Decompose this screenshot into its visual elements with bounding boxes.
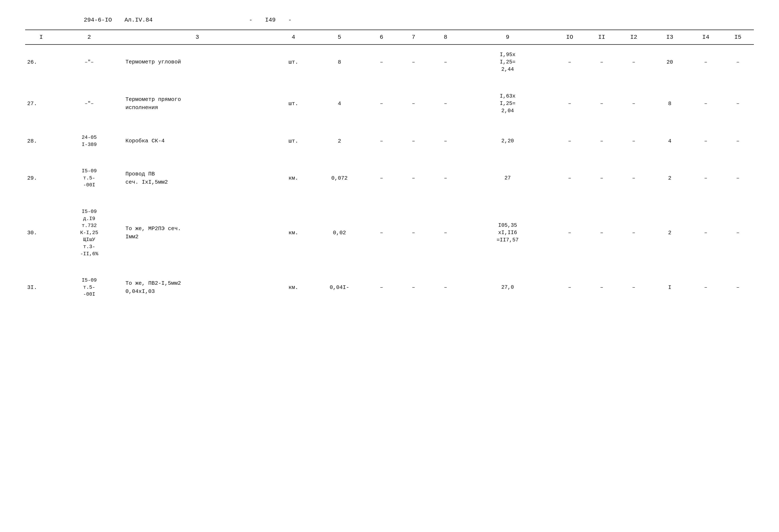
cell-row1-col3: Термометр угловой [121,45,274,79]
cell-row3-col14: – [690,128,722,155]
cell-row2-col6: – [365,86,398,121]
cell-row4-col13: 2 [650,161,690,195]
spacer-row [25,121,754,128]
col-header-9: 9 [462,30,554,45]
col-header-5: 5 [313,30,366,45]
cell-row3-col4: шт. [273,128,313,155]
header: 294-6-IO Ал.IV.84 - I49 - [25,17,754,23]
cell-row6-col12: – [618,271,650,304]
cell-row3-col15: – [722,128,754,155]
cell-row3-col11: – [586,128,618,155]
cell-row2-col12: – [618,86,650,121]
cell-row3-col9: 2,20 [462,128,554,155]
col-header-7: 7 [398,30,429,45]
spacer-row [25,79,754,86]
col-header-13: I3 [650,30,690,45]
cell-row4-col6: – [365,161,398,195]
col-header-14: I4 [690,30,722,45]
cell-row5-col12: – [618,202,650,264]
cell-row4-col5: 0,072 [313,161,366,195]
cell-row5-col6: – [365,202,398,264]
header-dash1: - [249,17,252,23]
col-header-10: IO [554,30,586,45]
cell-row1-col14: – [690,45,722,79]
cell-row6-col6: – [365,271,398,304]
cell-row4-col9: 27 [462,161,554,195]
col-header-8: 8 [429,30,462,45]
cell-row2-col4: шт. [273,86,313,121]
table-row: 29.I5-09 т.5- -00IПровод ПВ сеч. IxI,5мм… [25,161,754,195]
cell-row6-col10: – [554,271,586,304]
col-header-1: I [25,30,57,45]
cell-row3-col12: – [618,128,650,155]
cell-row1-col6: – [365,45,398,79]
cell-row3-col3: Коробка СК-4 [121,128,274,155]
cell-row2-col11: – [586,86,618,121]
header-ref: 294-6-IO [84,17,112,23]
cell-row1-col7: – [398,45,429,79]
cell-row1-col2: –"– [57,45,121,79]
cell-row1-col13: 20 [650,45,690,79]
cell-row4-col15: – [722,161,754,195]
main-table: I 2 3 4 5 6 7 8 9 IO II I2 I3 I4 I5 26.–… [25,29,754,311]
cell-row3-col6: – [365,128,398,155]
cell-row5-col7: – [398,202,429,264]
cell-row4-col4: км. [273,161,313,195]
cell-row2-col14: – [690,86,722,121]
cell-row1-col9: I,95x I,25= 2,44 [462,45,554,79]
cell-row1-col4: шт. [273,45,313,79]
cell-row2-col13: 8 [650,86,690,121]
header-dash2: - [288,17,292,23]
cell-row4-col11: – [586,161,618,195]
cell-row4-col1: 29. [25,161,57,195]
cell-row4-col3: Провод ПВ сеч. IxI,5мм2 [121,161,274,195]
header-doc: Ал.IV.84 [124,17,153,23]
cell-row1-col1: 26. [25,45,57,79]
cell-row5-col14: – [690,202,722,264]
table-row: 28.24-05 I-389Коробка СК-4шт.2–––2,20–––… [25,128,754,155]
cell-row2-col8: – [429,86,462,121]
cell-row3-col8: – [429,128,462,155]
spacer-row [25,195,754,202]
cell-row4-col7: – [398,161,429,195]
cell-row6-col13: I [650,271,690,304]
main-table-container: I 2 3 4 5 6 7 8 9 IO II I2 I3 I4 I5 26.–… [25,29,754,311]
cell-row6-col2: I5-09 т.5- -00I [57,271,121,304]
table-row: 30.I5-09 д.I9 т.732 К-I,25 ЩIшУ т.3- -II… [25,202,754,264]
cell-row1-col5: 8 [313,45,366,79]
cell-row2-col15: – [722,86,754,121]
cell-row6-col8: – [429,271,462,304]
table-row: 26.–"–Термометр угловойшт.8–––I,95x I,25… [25,45,754,79]
cell-row1-col8: – [429,45,462,79]
cell-row3-col10: – [554,128,586,155]
cell-row1-col10: – [554,45,586,79]
cell-row3-col5: 2 [313,128,366,155]
cell-row2-col7: – [398,86,429,121]
cell-row5-col15: – [722,202,754,264]
col-header-12: I2 [618,30,650,45]
cell-row6-col5: 0,04I- [313,271,366,304]
cell-row2-col3: Термометр прямого исполнения [121,86,274,121]
cell-row6-col11: – [586,271,618,304]
cell-row2-col1: 27. [25,86,57,121]
cell-row3-col1: 28. [25,128,57,155]
cell-row4-col12: – [618,161,650,195]
col-header-2: 2 [57,30,121,45]
cell-row6-col3: То же, ПВ2-I,5мм2 0,04xI,03 [121,271,274,304]
cell-row5-col10: – [554,202,586,264]
spacer-row [25,264,754,271]
cell-row5-col2: I5-09 д.I9 т.732 К-I,25 ЩIшУ т.3- -II,6% [57,202,121,264]
col-header-3: 3 [121,30,274,45]
cell-row3-col13: 4 [650,128,690,155]
cell-row5-col5: 0,02 [313,202,366,264]
cell-row3-col7: – [398,128,429,155]
table-row: 3I.I5-09 т.5- -00IТо же, ПВ2-I,5мм2 0,04… [25,271,754,304]
cell-row2-col5: 4 [313,86,366,121]
spacer-row [25,304,754,311]
cell-row2-col2: –"– [57,86,121,121]
cell-row5-col4: км. [273,202,313,264]
cell-row6-col9: 27,0 [462,271,554,304]
cell-row1-col15: – [722,45,754,79]
cell-row1-col12: – [618,45,650,79]
cell-row4-col8: – [429,161,462,195]
